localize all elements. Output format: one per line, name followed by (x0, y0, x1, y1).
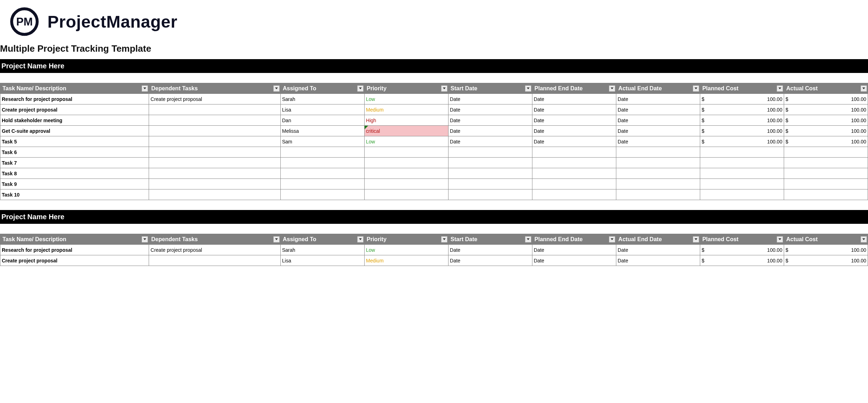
cell-assigned[interactable] (280, 179, 364, 189)
cell-priority[interactable]: High (364, 115, 448, 126)
cell-actual-cost[interactable] (784, 189, 868, 200)
cell-actual-end[interactable] (616, 189, 700, 200)
cell-planned-end[interactable]: Date (532, 245, 616, 255)
cell-actual-cost[interactable]: $100.00 (784, 104, 868, 115)
cell-planned-cost[interactable]: $100.00 (700, 245, 784, 255)
cell-planned-cost[interactable] (700, 158, 784, 168)
cell-assigned[interactable]: Dan (280, 115, 364, 126)
cell-actual-cost[interactable] (784, 158, 868, 168)
filter-dropdown-icon[interactable] (777, 236, 783, 243)
cell-actual-end[interactable]: Date (616, 126, 700, 136)
filter-dropdown-icon[interactable] (142, 85, 148, 92)
cell-planned-cost[interactable] (700, 189, 784, 200)
cell-planned-cost[interactable]: $100.00 (700, 255, 784, 266)
cell-task-name[interactable]: Research for project proposal (0, 94, 149, 104)
cell-planned-end[interactable] (532, 189, 616, 200)
cell-dependent[interactable] (149, 147, 280, 158)
cell-priority[interactable] (364, 147, 448, 158)
cell-actual-cost[interactable] (784, 168, 868, 179)
cell-task-name[interactable]: Task 10 (0, 189, 149, 200)
cell-actual-end[interactable] (616, 168, 700, 179)
cell-planned-end[interactable]: Date (532, 104, 616, 115)
cell-start[interactable]: Date (448, 245, 532, 255)
cell-assigned[interactable]: Melissa (280, 126, 364, 136)
cell-planned-cost[interactable]: $100.00 (700, 136, 784, 147)
cell-dependent[interactable] (149, 179, 280, 189)
cell-priority[interactable]: Low (364, 136, 448, 147)
cell-priority[interactable]: Low (364, 94, 448, 104)
cell-actual-end[interactable]: Date (616, 115, 700, 126)
cell-actual-cost[interactable]: $100.00 (784, 115, 868, 126)
cell-planned-end[interactable] (532, 179, 616, 189)
cell-planned-cost[interactable] (700, 179, 784, 189)
cell-dependent[interactable] (149, 168, 280, 179)
cell-start[interactable]: Date (448, 255, 532, 266)
cell-planned-cost[interactable] (700, 168, 784, 179)
filter-dropdown-icon[interactable] (609, 236, 615, 243)
cell-actual-cost[interactable]: $100.00 (784, 94, 868, 104)
cell-priority[interactable]: critical (364, 126, 448, 136)
cell-task-name[interactable]: Task 8 (0, 168, 149, 179)
cell-dependent[interactable]: Create project proposal (149, 245, 280, 255)
cell-priority[interactable] (364, 179, 448, 189)
cell-task-name[interactable]: Task 9 (0, 179, 149, 189)
cell-actual-end[interactable]: Date (616, 94, 700, 104)
filter-dropdown-icon[interactable] (357, 85, 364, 92)
filter-dropdown-icon[interactable] (861, 85, 867, 92)
cell-dependent[interactable] (149, 255, 280, 266)
cell-assigned[interactable] (280, 168, 364, 179)
cell-actual-end[interactable] (616, 158, 700, 168)
cell-start[interactable]: Date (448, 115, 532, 126)
cell-assigned[interactable]: Lisa (280, 104, 364, 115)
cell-dependent[interactable] (149, 126, 280, 136)
cell-planned-cost[interactable]: $100.00 (700, 104, 784, 115)
cell-assigned[interactable]: Sam (280, 136, 364, 147)
cell-start[interactable] (448, 158, 532, 168)
cell-start[interactable]: Date (448, 94, 532, 104)
cell-dependent[interactable]: Create project proposal (149, 94, 280, 104)
cell-task-name[interactable]: Research for project proposal (0, 245, 149, 255)
filter-dropdown-icon[interactable] (525, 85, 531, 92)
cell-priority[interactable]: Medium (364, 104, 448, 115)
filter-dropdown-icon[interactable] (357, 236, 364, 243)
cell-priority[interactable]: Low (364, 245, 448, 255)
cell-priority[interactable] (364, 158, 448, 168)
cell-task-name[interactable]: Task 5 (0, 136, 149, 147)
cell-actual-end[interactable]: Date (616, 136, 700, 147)
cell-planned-end[interactable]: Date (532, 126, 616, 136)
cell-planned-cost[interactable]: $100.00 (700, 94, 784, 104)
cell-actual-cost[interactable]: $100.00 (784, 126, 868, 136)
cell-task-name[interactable]: Create project proposal (0, 104, 149, 115)
cell-dependent[interactable] (149, 189, 280, 200)
cell-planned-cost[interactable]: $100.00 (700, 115, 784, 126)
cell-actual-cost[interactable]: $100.00 (784, 136, 868, 147)
cell-assigned[interactable] (280, 147, 364, 158)
cell-start[interactable] (448, 189, 532, 200)
cell-start[interactable]: Date (448, 136, 532, 147)
cell-dependent[interactable] (149, 158, 280, 168)
cell-assigned[interactable] (280, 189, 364, 200)
cell-planned-end[interactable] (532, 147, 616, 158)
cell-start[interactable]: Date (448, 126, 532, 136)
cell-assigned[interactable] (280, 158, 364, 168)
cell-dependent[interactable] (149, 136, 280, 147)
cell-actual-end[interactable] (616, 147, 700, 158)
cell-planned-end[interactable] (532, 158, 616, 168)
cell-start[interactable]: Date (448, 104, 532, 115)
cell-dependent[interactable] (149, 104, 280, 115)
cell-start[interactable] (448, 179, 532, 189)
cell-dependent[interactable] (149, 115, 280, 126)
cell-actual-cost[interactable] (784, 179, 868, 189)
cell-start[interactable] (448, 168, 532, 179)
cell-planned-end[interactable]: Date (532, 115, 616, 126)
cell-planned-end[interactable]: Date (532, 255, 616, 266)
filter-dropdown-icon[interactable] (777, 85, 783, 92)
filter-dropdown-icon[interactable] (693, 85, 699, 92)
filter-dropdown-icon[interactable] (525, 236, 531, 243)
cell-assigned[interactable]: Sarah (280, 245, 364, 255)
cell-priority[interactable] (364, 189, 448, 200)
cell-assigned[interactable]: Lisa (280, 255, 364, 266)
cell-planned-end[interactable]: Date (532, 136, 616, 147)
cell-actual-end[interactable]: Date (616, 245, 700, 255)
cell-actual-end[interactable]: Date (616, 255, 700, 266)
